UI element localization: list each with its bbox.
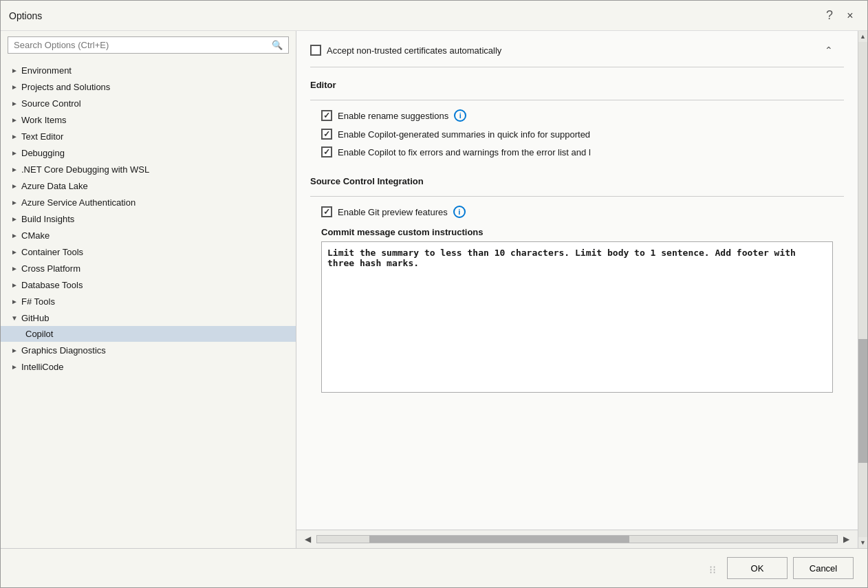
ok-button[interactable]: OK — [727, 557, 788, 579]
sidebar-item-label: Build Insights — [21, 214, 74, 224]
sidebar-item-copilot[interactable]: Copilot — [1, 326, 296, 342]
top-row: Accept non-trusted certificates automati… — [310, 39, 844, 61]
sidebar-item-label: Azure Service Authentication — [21, 197, 135, 208]
sidebar-item-cross-platform[interactable]: ► Cross Platform — [1, 260, 296, 276]
sidebar-item-environment[interactable]: ► Environment — [1, 62, 296, 78]
git-preview-checkbox[interactable] — [321, 206, 332, 217]
info-icon[interactable]: i — [454, 109, 466, 122]
vertical-scrollbar: ▲ ▼ — [858, 31, 867, 548]
scroll-down-arrow[interactable]: ▼ — [858, 537, 867, 548]
chevron-right-icon: ► — [9, 180, 20, 191]
section-divider — [310, 67, 844, 67]
sidebar-item-projects-solutions[interactable]: ► Projects and Solutions — [1, 78, 296, 95]
scroll-track-v[interactable] — [858, 42, 867, 537]
help-button[interactable]: ? — [821, 7, 838, 25]
chevron-right-icon: ► — [9, 213, 20, 224]
search-bar: 🔍 — [8, 36, 289, 54]
right-panel: Accept non-trusted certificates automati… — [296, 31, 858, 548]
sidebar-item-database-tools[interactable]: ► Database Tools — [1, 276, 296, 293]
footer: ⁝⁝ OK Cancel — [1, 548, 867, 587]
right-container: Accept non-trusted certificates automati… — [296, 31, 867, 548]
scroll-track[interactable] — [316, 535, 838, 543]
chevron-right-icon: ► — [9, 197, 20, 208]
sidebar-item-label: Copilot — [25, 329, 53, 339]
sidebar-item-label: Database Tools — [21, 280, 83, 290]
chevron-right-icon: ► — [9, 246, 20, 257]
sidebar-item-debugging[interactable]: ► Debugging — [1, 144, 296, 161]
sidebar-item-label: F# Tools — [21, 296, 55, 307]
chevron-right-icon: ► — [9, 81, 20, 92]
scroll-left-arrow[interactable]: ◀ — [302, 533, 314, 545]
sidebar-item-work-items[interactable]: ► Work Items — [1, 111, 296, 128]
dialog-title: Options — [9, 10, 42, 21]
close-button[interactable]: × — [841, 7, 859, 25]
git-preview-row: Enable Git preview features i — [310, 202, 844, 221]
tree-list: ► Environment ► Projects and Solutions ►… — [1, 59, 296, 548]
sidebar-item-label: Container Tools — [21, 247, 83, 257]
scroll-up-arrow[interactable]: ▲ — [858, 31, 867, 42]
section-divider — [310, 196, 844, 197]
scroll-thumb-v — [858, 339, 867, 463]
copilot-fix-row: Enable Copilot to fix errors and warning… — [310, 143, 844, 161]
sidebar-item-text-editor[interactable]: ► Text Editor — [1, 128, 296, 144]
sidebar-item-label: GitHub — [21, 313, 49, 323]
chevron-right-icon: ► — [9, 361, 20, 372]
sidebar-item-label: Text Editor — [21, 131, 63, 142]
sidebar-item-label: Source Control — [21, 98, 81, 109]
collapse-section-button[interactable]: ⌃ — [825, 45, 833, 56]
sidebar-item-net-core-debugging[interactable]: ► .NET Core Debugging with WSL — [1, 161, 296, 177]
sidebar-item-label: .NET Core Debugging with WSL — [21, 164, 149, 175]
sidebar-item-label: CMake — [21, 230, 50, 241]
editor-section-label: Editor — [310, 73, 844, 94]
sidebar-item-container-tools[interactable]: ► Container Tools — [1, 243, 296, 260]
accept-certificates-checkbox[interactable] — [310, 45, 321, 56]
options-dialog: Options ? × 🔍 ► Environment ► Projects a… — [0, 0, 868, 588]
main-content: 🔍 ► Environment ► Projects and Solutions… — [1, 31, 867, 548]
sidebar-item-github[interactable]: ▼ GitHub — [1, 309, 296, 326]
sidebar-item-azure-service-auth[interactable]: ► Azure Service Authentication — [1, 194, 296, 210]
git-preview-label: Enable Git preview features — [338, 207, 448, 217]
commit-message-textarea[interactable]: Limit the summary to less than 10 charac… — [321, 241, 833, 393]
rename-suggestions-label: Enable rename suggestions — [338, 111, 448, 121]
search-icon: 🔍 — [272, 40, 283, 50]
sidebar-item-label: Cross Platform — [21, 263, 80, 274]
sidebar-item-build-insights[interactable]: ► Build Insights — [1, 210, 296, 227]
horizontal-scrollbar: ◀ ▶ — [296, 530, 858, 548]
chevron-right-icon: ► — [9, 114, 20, 125]
sidebar-item-source-control[interactable]: ► Source Control — [1, 95, 296, 111]
sidebar-item-azure-data-lake[interactable]: ► Azure Data Lake — [1, 177, 296, 194]
sidebar-item-label: Debugging — [21, 148, 65, 158]
rename-suggestions-row: Enable rename suggestions i — [310, 106, 844, 125]
source-control-section-label: Source Control Integration — [310, 169, 844, 190]
chevron-right-icon: ► — [9, 65, 20, 76]
chevron-right-icon: ► — [9, 164, 20, 175]
copilot-fix-checkbox[interactable] — [321, 146, 332, 157]
chevron-right-icon: ► — [9, 131, 20, 142]
sidebar-item-label: Graphics Diagnostics — [21, 345, 106, 356]
copilot-summaries-row: Enable Copilot-generated summaries in qu… — [310, 125, 844, 143]
copilot-summaries-label: Enable Copilot-generated summaries in qu… — [338, 129, 590, 140]
info-icon-git[interactable]: i — [453, 206, 466, 218]
rename-suggestions-checkbox[interactable] — [321, 110, 332, 121]
search-input[interactable] — [14, 40, 272, 50]
sidebar-item-graphics-diagnostics[interactable]: ► Graphics Diagnostics — [1, 342, 296, 358]
chevron-right-icon: ► — [9, 98, 20, 109]
copilot-summaries-checkbox[interactable] — [321, 129, 332, 140]
sidebar-item-fsharp-tools[interactable]: ► F# Tools — [1, 293, 296, 309]
cancel-button[interactable]: Cancel — [793, 557, 854, 579]
title-bar: Options ? × — [1, 1, 867, 31]
sidebar-item-label: Projects and Solutions — [21, 82, 110, 92]
chevron-right-icon: ► — [9, 147, 20, 158]
chevron-right-icon: ► — [9, 263, 20, 274]
chevron-right-icon: ► — [9, 230, 20, 241]
sidebar-item-label: Azure Data Lake — [21, 181, 88, 191]
sidebar-item-label: Work Items — [21, 115, 67, 125]
sidebar-item-label: IntelliCode — [21, 362, 63, 372]
sidebar-item-intellicode[interactable]: ► IntelliCode — [1, 358, 296, 375]
sidebar-item-label: Environment — [21, 65, 72, 76]
scroll-right-arrow[interactable]: ▶ — [840, 533, 852, 545]
title-bar-controls: ? × — [821, 7, 859, 25]
accept-certificates-label: Accept non-trusted certificates automati… — [327, 45, 501, 56]
chevron-right-icon: ► — [9, 296, 20, 307]
sidebar-item-cmake[interactable]: ► CMake — [1, 227, 296, 243]
